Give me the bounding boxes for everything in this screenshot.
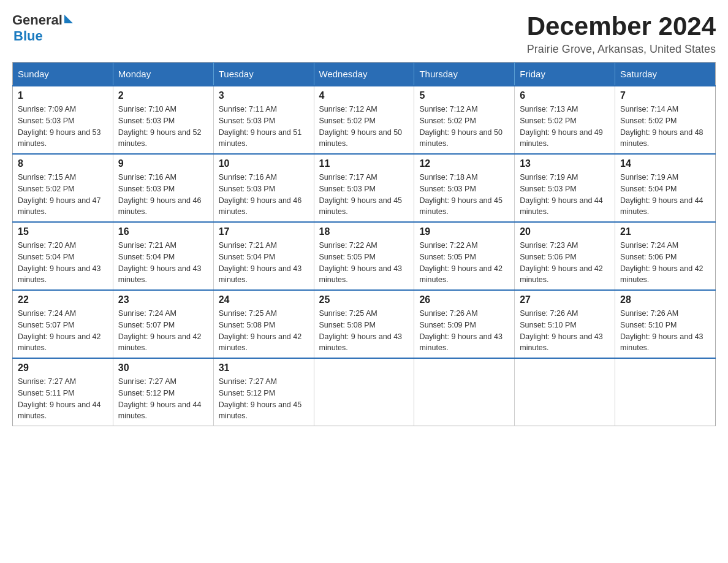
day-info: Sunrise: 7:25 AMSunset: 5:08 PMDaylight:… [319,308,409,354]
day-info: Sunrise: 7:16 AMSunset: 5:03 PMDaylight:… [118,172,208,218]
col-sunday: Sunday [13,63,113,86]
day-info: Sunrise: 7:09 AMSunset: 5:03 PMDaylight:… [18,104,108,150]
calendar-week-3: 15Sunrise: 7:20 AMSunset: 5:04 PMDayligh… [13,222,716,290]
calendar-week-2: 8Sunrise: 7:15 AMSunset: 5:02 PMDaylight… [13,154,716,222]
logo-triangle-icon [64,15,73,23]
day-number: 3 [219,90,309,101]
calendar-cell: 6Sunrise: 7:13 AMSunset: 5:02 PMDaylight… [515,86,615,154]
calendar-cell: 23Sunrise: 7:24 AMSunset: 5:07 PMDayligh… [113,290,213,358]
calendar-table: Sunday Monday Tuesday Wednesday Thursday… [12,62,716,426]
day-info: Sunrise: 7:20 AMSunset: 5:04 PMDaylight:… [18,240,108,286]
day-number: 11 [319,158,409,169]
calendar-cell: 9Sunrise: 7:16 AMSunset: 5:03 PMDaylight… [113,154,213,222]
calendar-cell [615,358,716,426]
day-number: 31 [219,362,309,373]
logo: General Blue [12,12,73,44]
day-info: Sunrise: 7:13 AMSunset: 5:02 PMDaylight:… [520,104,610,150]
calendar-cell: 19Sunrise: 7:22 AMSunset: 5:05 PMDayligh… [414,222,515,290]
page-header: General Blue December 2024 Prairie Grove… [12,12,716,56]
day-info: Sunrise: 7:26 AMSunset: 5:10 PMDaylight:… [520,308,610,354]
calendar-week-5: 29Sunrise: 7:27 AMSunset: 5:11 PMDayligh… [13,358,716,426]
day-info: Sunrise: 7:24 AMSunset: 5:06 PMDaylight:… [620,240,710,286]
day-info: Sunrise: 7:19 AMSunset: 5:03 PMDaylight:… [520,172,610,218]
day-info: Sunrise: 7:15 AMSunset: 5:02 PMDaylight:… [18,172,108,218]
day-info: Sunrise: 7:22 AMSunset: 5:05 PMDaylight:… [319,240,409,286]
calendar-cell: 22Sunrise: 7:24 AMSunset: 5:07 PMDayligh… [13,290,113,358]
calendar-cell: 10Sunrise: 7:16 AMSunset: 5:03 PMDayligh… [213,154,314,222]
calendar-cell: 26Sunrise: 7:26 AMSunset: 5:09 PMDayligh… [414,290,515,358]
col-tuesday: Tuesday [213,63,314,86]
calendar-cell: 24Sunrise: 7:25 AMSunset: 5:08 PMDayligh… [213,290,314,358]
calendar-cell: 3Sunrise: 7:11 AMSunset: 5:03 PMDaylight… [213,86,314,154]
day-info: Sunrise: 7:24 AMSunset: 5:07 PMDaylight:… [18,308,108,354]
calendar-cell: 13Sunrise: 7:19 AMSunset: 5:03 PMDayligh… [515,154,615,222]
col-wednesday: Wednesday [314,63,414,86]
calendar-cell: 25Sunrise: 7:25 AMSunset: 5:08 PMDayligh… [314,290,414,358]
calendar-cell: 12Sunrise: 7:18 AMSunset: 5:03 PMDayligh… [414,154,515,222]
day-number: 19 [419,226,509,237]
day-info: Sunrise: 7:27 AMSunset: 5:12 PMDaylight:… [118,376,208,422]
day-number: 4 [319,90,409,101]
col-monday: Monday [113,63,213,86]
logo-blue-text: Blue [13,28,43,44]
page-title: December 2024 [527,12,716,40]
day-info: Sunrise: 7:12 AMSunset: 5:02 PMDaylight:… [419,104,509,150]
day-number: 17 [219,226,309,237]
calendar-cell: 7Sunrise: 7:14 AMSunset: 5:02 PMDaylight… [615,86,716,154]
calendar-cell: 14Sunrise: 7:19 AMSunset: 5:04 PMDayligh… [615,154,716,222]
day-info: Sunrise: 7:26 AMSunset: 5:09 PMDaylight:… [419,308,509,354]
calendar-cell [314,358,414,426]
day-info: Sunrise: 7:25 AMSunset: 5:08 PMDaylight:… [219,308,309,354]
day-number: 27 [520,294,610,305]
day-number: 1 [18,90,108,101]
calendar-cell: 28Sunrise: 7:26 AMSunset: 5:10 PMDayligh… [615,290,716,358]
day-info: Sunrise: 7:23 AMSunset: 5:06 PMDaylight:… [520,240,610,286]
col-saturday: Saturday [615,63,716,86]
day-number: 30 [118,362,208,373]
day-number: 5 [419,90,509,101]
day-number: 14 [620,158,710,169]
calendar-week-4: 22Sunrise: 7:24 AMSunset: 5:07 PMDayligh… [13,290,716,358]
day-number: 9 [118,158,208,169]
day-number: 22 [18,294,108,305]
calendar-cell: 1Sunrise: 7:09 AMSunset: 5:03 PMDaylight… [13,86,113,154]
col-friday: Friday [515,63,615,86]
day-number: 24 [219,294,309,305]
day-number: 2 [118,90,208,101]
day-number: 10 [219,158,309,169]
day-info: Sunrise: 7:10 AMSunset: 5:03 PMDaylight:… [118,104,208,150]
calendar-cell: 5Sunrise: 7:12 AMSunset: 5:02 PMDaylight… [414,86,515,154]
day-number: 12 [419,158,509,169]
day-info: Sunrise: 7:21 AMSunset: 5:04 PMDaylight:… [118,240,208,286]
title-section: December 2024 Prairie Grove, Arkansas, U… [527,12,716,56]
day-info: Sunrise: 7:24 AMSunset: 5:07 PMDaylight:… [118,308,208,354]
day-info: Sunrise: 7:27 AMSunset: 5:12 PMDaylight:… [219,376,309,422]
day-info: Sunrise: 7:22 AMSunset: 5:05 PMDaylight:… [419,240,509,286]
day-number: 20 [520,226,610,237]
day-number: 29 [18,362,108,373]
day-number: 26 [419,294,509,305]
day-number: 25 [319,294,409,305]
calendar-cell: 18Sunrise: 7:22 AMSunset: 5:05 PMDayligh… [314,222,414,290]
calendar-cell: 31Sunrise: 7:27 AMSunset: 5:12 PMDayligh… [213,358,314,426]
calendar-cell: 16Sunrise: 7:21 AMSunset: 5:04 PMDayligh… [113,222,213,290]
day-info: Sunrise: 7:27 AMSunset: 5:11 PMDaylight:… [18,376,108,422]
calendar-cell: 8Sunrise: 7:15 AMSunset: 5:02 PMDaylight… [13,154,113,222]
day-number: 15 [18,226,108,237]
calendar-cell: 29Sunrise: 7:27 AMSunset: 5:11 PMDayligh… [13,358,113,426]
day-info: Sunrise: 7:16 AMSunset: 5:03 PMDaylight:… [219,172,309,218]
day-number: 6 [520,90,610,101]
calendar-cell [515,358,615,426]
logo-general-text: General [12,12,63,28]
col-thursday: Thursday [414,63,515,86]
calendar-cell: 30Sunrise: 7:27 AMSunset: 5:12 PMDayligh… [113,358,213,426]
day-number: 13 [520,158,610,169]
calendar-header-row: Sunday Monday Tuesday Wednesday Thursday… [13,63,716,86]
day-info: Sunrise: 7:11 AMSunset: 5:03 PMDaylight:… [219,104,309,150]
day-number: 7 [620,90,710,101]
calendar-week-1: 1Sunrise: 7:09 AMSunset: 5:03 PMDaylight… [13,86,716,154]
calendar-cell: 4Sunrise: 7:12 AMSunset: 5:02 PMDaylight… [314,86,414,154]
calendar-cell: 2Sunrise: 7:10 AMSunset: 5:03 PMDaylight… [113,86,213,154]
day-number: 23 [118,294,208,305]
day-number: 8 [18,158,108,169]
